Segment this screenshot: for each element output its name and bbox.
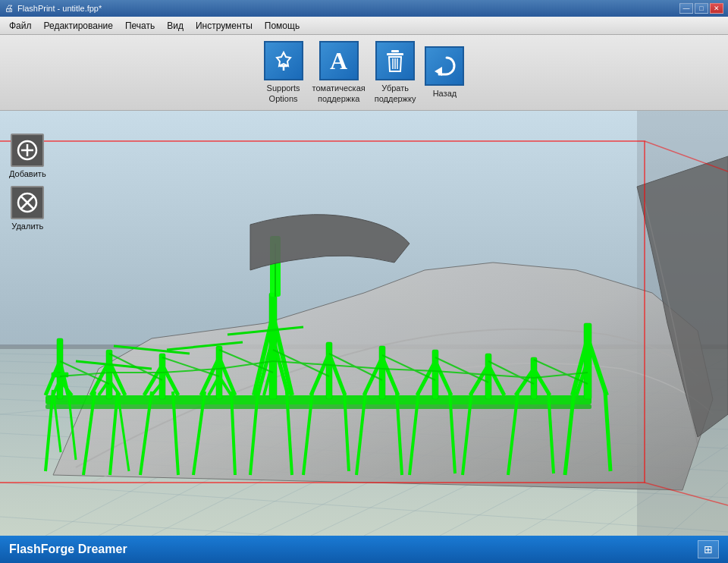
back-icon	[425, 46, 464, 86]
title-bar: 🖨 FlashPrint - untitle.fpp* — □ ✕	[0, 0, 728, 17]
supports-options-label: SupportsOptions	[267, 83, 300, 103]
viewport: Добавить Удалить	[0, 111, 728, 536]
svg-rect-46	[432, 350, 438, 399]
left-tools-panel: Добавить Удалить	[9, 134, 46, 231]
svg-rect-37	[46, 404, 592, 409]
title-bar-left: 🖨 FlashPrint - untitle.fpp*	[5, 3, 102, 14]
title-bar-controls: — □ ✕	[679, 3, 723, 14]
supports-options-icon	[264, 41, 303, 80]
menu-view[interactable]: Вид	[161, 19, 190, 33]
printer-name: FlashForge Dreamer	[9, 543, 127, 556]
menu-print[interactable]: Печать	[119, 19, 161, 33]
svg-rect-3	[391, 50, 399, 52]
minimize-button[interactable]: —	[679, 3, 693, 14]
app-icon: 🖨	[5, 3, 14, 14]
add-support-tool[interactable]: Добавить	[9, 134, 46, 178]
remove-support-tool-icon	[11, 186, 44, 219]
remove-support-button[interactable]: Убратьподдержку	[375, 41, 416, 103]
auto-support-icon: A	[319, 41, 359, 80]
auto-support-button[interactable]: A томатическаяподдержка	[312, 41, 366, 103]
menu-tools[interactable]: Инструменты	[190, 19, 259, 33]
back-button[interactable]: Назад	[425, 46, 464, 99]
svg-rect-42	[216, 346, 222, 399]
toolbar: SupportsOptions A томатическаяподдержка …	[0, 35, 728, 111]
remove-support-icon	[375, 41, 415, 80]
menu-help[interactable]: Помощь	[259, 19, 306, 33]
status-bar: FlashForge Dreamer ⊞	[0, 536, 728, 563]
remove-support-label: Убратьподдержку	[375, 83, 416, 103]
status-icon[interactable]: ⊞	[698, 540, 719, 558]
svg-rect-47	[485, 354, 491, 399]
svg-rect-2	[387, 53, 403, 55]
svg-rect-40	[106, 350, 112, 399]
window-title: FlashPrint - untitle.fpp*	[17, 4, 102, 13]
remove-support-tool[interactable]: Удалить	[9, 186, 46, 231]
supports-options-button[interactable]: SupportsOptions	[264, 41, 303, 103]
menu-file[interactable]: Файл	[3, 19, 38, 33]
svg-rect-41	[159, 354, 165, 399]
auto-support-label: томатическаяподдержка	[312, 83, 366, 103]
add-support-icon	[11, 134, 44, 167]
svg-rect-44	[326, 342, 332, 399]
menu-edit[interactable]: Редактирование	[38, 19, 119, 33]
svg-rect-36	[46, 395, 592, 404]
add-support-label: Добавить	[9, 169, 46, 178]
remove-support-tool-label: Удалить	[11, 222, 43, 231]
svg-rect-45	[379, 346, 385, 399]
back-label: Назад	[433, 89, 457, 99]
close-button[interactable]: ✕	[710, 3, 723, 14]
3d-scene	[0, 111, 728, 536]
maximize-button[interactable]: □	[695, 3, 708, 14]
menu-bar: Файл Редактирование Печать Вид Инструмен…	[0, 17, 728, 35]
